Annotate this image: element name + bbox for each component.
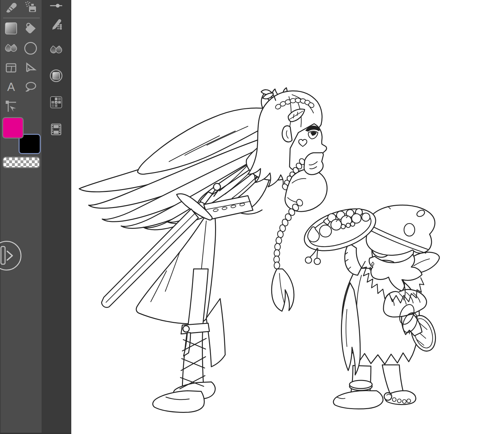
paint-bucket-icon bbox=[24, 21, 38, 35]
airbrush-tool-button[interactable] bbox=[23, 0, 38, 15]
paint-app-window: A bbox=[0, 0, 504, 434]
animation-timeline-button[interactable] bbox=[49, 122, 64, 137]
gnome-raised-arm bbox=[345, 243, 361, 275]
sub-toolbar bbox=[42, 0, 71, 434]
fill-bucket-tool-button[interactable] bbox=[23, 21, 38, 36]
braid-feather-tassel bbox=[272, 269, 294, 311]
polyline-fill-tool-button[interactable] bbox=[23, 60, 38, 75]
foreground-color-swatch[interactable] bbox=[2, 117, 24, 139]
radial-gradient-subtool-button[interactable] bbox=[49, 68, 64, 83]
polygon-icon bbox=[24, 61, 38, 75]
panel-frame-icon bbox=[4, 61, 18, 75]
fruit-platter bbox=[299, 201, 381, 265]
blend-subtool-button[interactable] bbox=[49, 42, 64, 57]
transparent-color-swatch[interactable] bbox=[3, 157, 40, 168]
gnome-hat bbox=[366, 205, 435, 255]
palette-grid-icon bbox=[50, 96, 62, 108]
toolbar-divider bbox=[3, 18, 40, 18]
ellipse-tool-button[interactable] bbox=[23, 41, 38, 56]
circle-icon bbox=[24, 42, 37, 55]
object-select-tool-button[interactable] bbox=[3, 98, 19, 114]
brush-size-slider[interactable] bbox=[49, 0, 64, 13]
canvas-artwork bbox=[71, 0, 504, 434]
ring-square-icon bbox=[50, 69, 62, 82]
panel-expand-chevron-icon bbox=[0, 242, 21, 270]
angel-braid-long bbox=[272, 198, 304, 311]
teardrops-icon bbox=[4, 41, 18, 55]
text-tool-button[interactable]: A bbox=[3, 79, 19, 94]
panel-expand-button[interactable] bbox=[0, 241, 21, 271]
toolbar-bottom-edge bbox=[0, 433, 71, 434]
blend-tool-button[interactable] bbox=[3, 41, 19, 56]
teardrops-icon bbox=[49, 43, 63, 57]
anchor-cursor-icon bbox=[4, 99, 18, 113]
balloon-tool-button[interactable] bbox=[23, 79, 38, 94]
main-toolbar: A bbox=[0, 0, 42, 434]
film-strip-icon bbox=[49, 122, 63, 136]
drawing-canvas[interactable] bbox=[71, 0, 504, 434]
slider-icon bbox=[49, 1, 63, 10]
gradient-square-icon bbox=[5, 22, 17, 34]
frame-border-tool-button[interactable] bbox=[3, 60, 19, 75]
gradient-tool-button[interactable] bbox=[3, 21, 19, 36]
gnome-legs-feet bbox=[333, 365, 416, 409]
letter-a-icon: A bbox=[7, 81, 15, 93]
color-set-palette-button[interactable] bbox=[49, 95, 64, 110]
speech-balloon-icon bbox=[24, 80, 38, 94]
marker-icon bbox=[4, 1, 18, 15]
spray-can-icon bbox=[24, 1, 38, 15]
marker-tool-button[interactable] bbox=[3, 0, 19, 15]
pen-options-icon bbox=[49, 17, 63, 31]
sub-tool-settings-button[interactable] bbox=[49, 16, 64, 32]
